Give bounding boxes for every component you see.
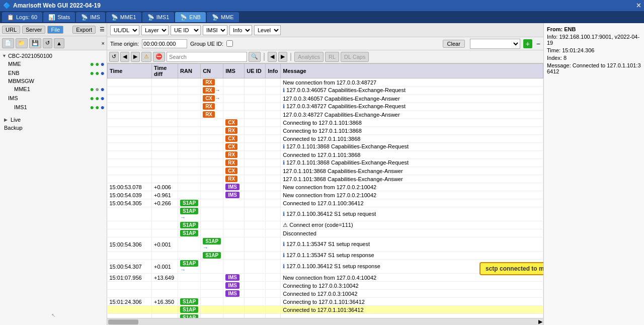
tree-open-button[interactable]: 📁	[16, 38, 28, 48]
table-row[interactable]: S1AP ⚠ Connect error (code=111)	[108, 221, 543, 229]
table-row[interactable]: S1AP Connected to 127.0.1.101:36412	[108, 306, 543, 314]
export-button[interactable]: Export	[72, 26, 96, 34]
tree-item-ims1[interactable]: IMS1 ● ● ●	[2, 103, 105, 112]
table-row[interactable]: S1AP→ ℹ 127.0.1.100.36412 S1 setup reque…	[108, 207, 543, 221]
close-icon[interactable]: ×	[636, 1, 641, 10]
rl-button[interactable]: RL	[325, 52, 339, 62]
table-row[interactable]: S1AP Disconnected	[108, 229, 543, 237]
tab-enb[interactable]: 📡 ENB	[175, 12, 206, 22]
table-row[interactable]: RX 127.0.0.3:48727 Capabilities-Exchange…	[108, 111, 543, 119]
info-select[interactable]: Info	[229, 25, 252, 35]
tree-item-backup[interactable]: Backup	[2, 124, 105, 132]
table-row[interactable]: CX Connecting to 127.0.1.101:3868	[108, 119, 543, 127]
prev-result-button[interactable]: ◀	[268, 52, 277, 62]
table-row[interactable]: IMS Connecting to 127.0.0.3:10042	[108, 282, 543, 290]
table-row[interactable]: RX ℹ 127.0.1.101:3868 Capabilities-Excha…	[108, 159, 543, 167]
table-row[interactable]: 15:00:53.078 +0.006 IMS New connection f…	[108, 183, 543, 191]
file-button[interactable]: File	[47, 26, 63, 34]
table-row[interactable]: CX→ 127.0.0.3:46057 Capabilities-Exchang…	[108, 95, 543, 103]
imsi-select[interactable]: IMSI	[203, 25, 227, 35]
search-input[interactable]	[167, 52, 247, 62]
tree-close-icon[interactable]: ×	[102, 40, 105, 46]
badge-rx: RX	[225, 151, 237, 158]
tab-logs[interactable]: 📋 Logs: 60	[2, 12, 42, 22]
tree-save-button[interactable]: 💾	[29, 38, 41, 48]
tree-item-mbmsgw[interactable]: MBMSGW	[2, 77, 105, 85]
dl-caps-button[interactable]: DL Caps	[341, 52, 369, 62]
ueid-select[interactable]: UE ID	[171, 25, 201, 35]
table-row[interactable]: RX 127.0.1.101:3868 Capabilities-Exchang…	[108, 175, 543, 183]
cell-message: 127.0.1.101:3868 Capabilities-Exchange-A…	[281, 167, 543, 175]
table-row[interactable]: S1AP→ ℹ 127.0.1.101:36412 S1 setup reque…	[108, 314, 543, 318]
right-from: From: ENB	[547, 26, 641, 32]
tab-stats[interactable]: 📊 Stats	[43, 12, 75, 22]
layer-select[interactable]: Layer	[141, 25, 169, 35]
table-row[interactable]: IMS Connected to 127.0.0.3:10042	[108, 290, 543, 298]
table-row[interactable]: 15:01:24.306 +16.350 S1AP Connecting to …	[108, 298, 543, 306]
badge-s1ap: S1AP	[180, 298, 198, 305]
error-button[interactable]: ⛔	[153, 52, 165, 62]
col-info: Info	[266, 64, 281, 78]
clear-button[interactable]: Clear	[443, 40, 465, 48]
ims-status-dot1: ●	[90, 94, 94, 102]
table-row[interactable]: RX New connection from 127.0.0.3:48727	[108, 78, 543, 87]
tree-new-button[interactable]: 📄	[2, 38, 14, 48]
table-row[interactable]: RX→ ℹ 127.0.0.3:46057 Capabilities-Excha…	[108, 87, 543, 95]
cell-time: 15:00:54.305	[108, 199, 152, 207]
table-row[interactable]: CX ℹ 127.0.1.101:3868 Capabilities-Excha…	[108, 143, 543, 151]
warning-button[interactable]: ⚠	[141, 52, 151, 62]
table-row[interactable]: 15:00:54.305 +0.266 S1AP Connected to 12…	[108, 199, 543, 207]
forward-button[interactable]: ▶	[131, 52, 140, 62]
tab-ims1[interactable]: 📡 IMS1	[142, 12, 175, 22]
cell-info	[266, 199, 281, 207]
view-select[interactable]	[470, 39, 520, 49]
tree-item-cbc[interactable]: ▼ CBC-2021050100	[2, 52, 105, 59]
tab-mme[interactable]: 📡 MME	[207, 12, 239, 22]
log-table: Time Time diff RAN CN IMS UE ID Info Mes…	[107, 63, 543, 318]
tree-reload-button[interactable]: ↺	[43, 38, 52, 48]
col-ueid: UE ID	[245, 64, 266, 78]
col-message: Message	[281, 64, 543, 78]
refresh-button[interactable]: ↺	[109, 52, 119, 62]
url-button[interactable]: URL	[2, 26, 20, 34]
level-select[interactable]: Level	[254, 25, 281, 35]
tree-item-enb[interactable]: ENB ● ● ●	[2, 68, 105, 77]
cell-timediff: +0.006	[152, 183, 178, 191]
table-row[interactable]: S1AP ℹ 127.0.1.1:35347 S1 setup response	[108, 252, 543, 260]
time-origin-input[interactable]: 00:00:00.000	[142, 39, 187, 48]
tab-ims[interactable]: 📡 IMS	[76, 12, 105, 22]
table-row[interactable]: RX Connected to 127.0.1.101:3868	[108, 151, 543, 159]
cell-time	[108, 87, 152, 95]
minus-icon[interactable]: −	[536, 40, 540, 48]
scroll-right-arrow[interactable]: ▶	[538, 318, 542, 325]
tree-item-ims[interactable]: IMS ● ● ●	[2, 94, 105, 103]
horizontal-scrollbar[interactable]: ▶	[107, 318, 543, 325]
sidebar-menu-icon[interactable]: ☰	[100, 26, 105, 33]
analytics-button[interactable]: Analytics	[294, 52, 324, 62]
server-button[interactable]: Server	[22, 26, 45, 34]
cell-ueid	[245, 175, 266, 183]
tree-item-mme1[interactable]: MME1 ● ● ●	[2, 85, 105, 94]
table-row[interactable]: 15:01:07.956 +13.649 IMS New connection …	[108, 274, 543, 282]
scroll-thumb[interactable]	[108, 319, 138, 324]
group-ue-checkbox[interactable]	[226, 40, 233, 47]
right-info: Info: 192.168.100.17:9001, v2022-04-19	[547, 34, 641, 46]
table-row[interactable]: 15:00:54.039 +0.961 IMS New connection f…	[108, 191, 543, 199]
table-row[interactable]: RX Connecting to 127.0.1.101:3868	[108, 127, 543, 135]
next-result-button[interactable]: ▶	[278, 52, 287, 62]
tree-up-button[interactable]: ▲	[54, 38, 64, 48]
table-row[interactable]: RX ℹ 127.0.0.3:48727 Capabilities-Exchan…	[108, 103, 543, 111]
uldl-select[interactable]: UL/DL	[110, 25, 139, 35]
badge-s1ap: S1AP	[180, 200, 198, 206]
back-button[interactable]: ◀	[120, 52, 129, 62]
table-row[interactable]: CX Connected to 127.0.1.101:3868	[108, 135, 543, 143]
tab-mme1[interactable]: 📡 MME1	[106, 12, 141, 22]
tree-item-mme[interactable]: MME ● ● ●	[2, 59, 105, 68]
tree-item-live[interactable]: ▶ Live	[2, 116, 105, 124]
search-icon-button[interactable]: 🔍	[249, 52, 261, 62]
add-button[interactable]: +	[523, 39, 532, 48]
table-row[interactable]: 15:00:54.306 +0.001 S1AP→ ℹ 127.0.1.1:35…	[108, 237, 543, 252]
table-row[interactable]: CX 127.0.1.101:3868 Capabilities-Exchang…	[108, 167, 543, 175]
cell-message: Connected to 127.0.1.101:3868	[281, 135, 543, 143]
table-row[interactable]: 15:00:54.307 +0.001 S1AP→ ℹ 127.0.1.100.…	[108, 260, 543, 274]
